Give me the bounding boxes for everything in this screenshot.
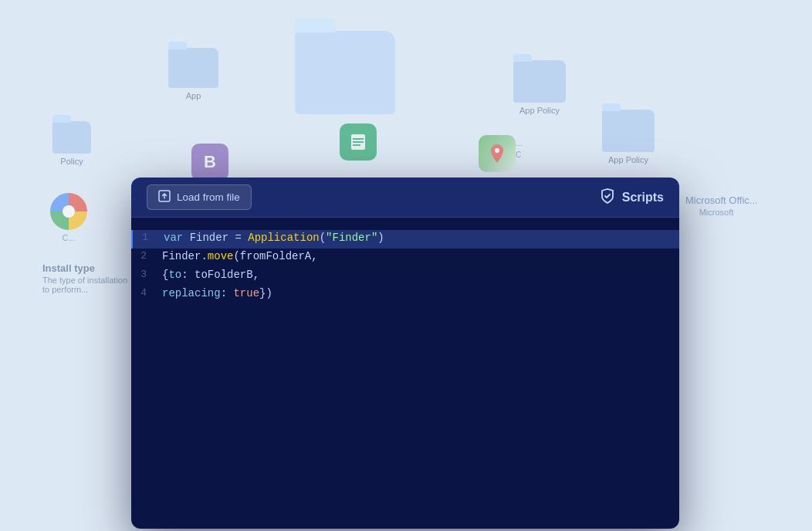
bg-folder-4: Policy [52,121,91,166]
svg-rect-1 [353,138,364,140]
load-from-file-button[interactable]: Load from file [147,184,252,210]
modal-header: Load from file Scripts [131,178,679,218]
scripts-logo: Scripts [599,188,664,208]
load-button-label: Load from file [177,191,240,203]
bg-microsoft-label: Microsoft Offic... Microsoft [685,191,747,217]
script-modal: Load from file Scripts 1 var Finder = Ap… [131,178,679,529]
bg-install-type: Install type The type of installation to… [42,262,135,294]
bg-folder-5: App Policy [602,110,655,164]
code-line-1: 1 var Finder = Application("Finder") [131,230,679,249]
code-line-3: 3 {to: toFolderB, [131,267,679,286]
bg-sheets-icon: Google... [340,123,374,136]
scripts-label: Scripts [622,191,664,205]
bg-chrome-icon: C... [50,193,87,242]
bg-bootstrap-icon: B BlueJe... [191,144,225,156]
bg-folder-3: App Policy [513,60,566,115]
scripts-logo-icon [599,188,616,208]
bg-maps-icon: Google M... Google LLC [479,135,523,159]
code-editor[interactable]: 1 var Finder = Application("Finder") 2 F… [131,218,679,529]
svg-rect-2 [353,141,364,143]
bg-folder-1: App [168,48,218,100]
svg-point-4 [495,148,499,153]
code-line-4: 4 replacing: true}) [131,286,679,304]
svg-rect-3 [353,144,360,146]
code-line-2: 2 Finder.move(fromFolderA, [131,249,679,267]
upload-icon [158,190,171,205]
bg-folder-2 [295,31,395,114]
